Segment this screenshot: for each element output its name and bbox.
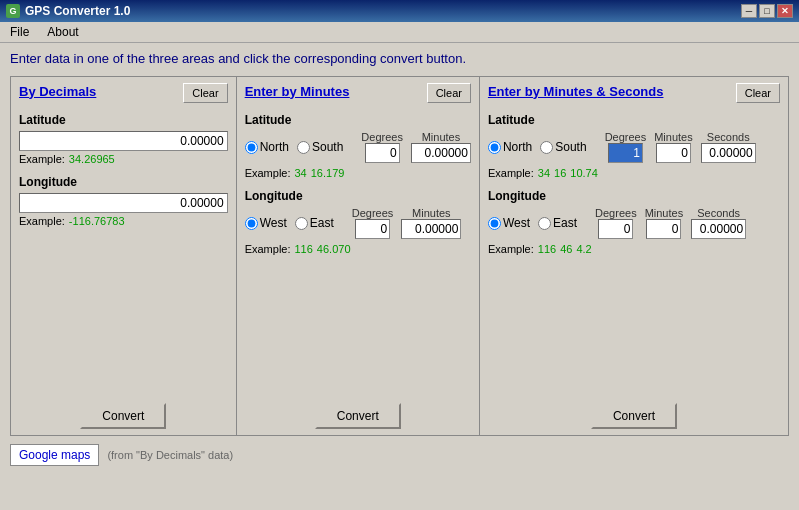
- lat-minutes-input-3[interactable]: [656, 143, 691, 163]
- lat-radio-group-3: North South Degrees Minutes Seconds: [488, 131, 780, 163]
- lon-west-radio-2[interactable]: West: [245, 216, 287, 230]
- main-content: Enter data in one of the three areas and…: [0, 43, 799, 509]
- degrees-header-lon-3: Degrees: [595, 207, 637, 219]
- lon-example-sec-3: 4.2: [576, 243, 591, 255]
- menu-bar: File About: [0, 22, 799, 43]
- convert-button-2[interactable]: Convert: [315, 403, 401, 429]
- latitude-label-3: Latitude: [488, 113, 780, 127]
- degrees-header-lat-2: Degrees: [361, 131, 403, 143]
- lat-radio-group-2: North South Degrees Minutes: [245, 131, 471, 163]
- lat-example-deg-3: 34: [538, 167, 550, 179]
- lon-degrees-input-2[interactable]: [355, 219, 390, 239]
- google-maps-button[interactable]: Google maps: [10, 444, 99, 466]
- lon-example-val-1: -116.76783: [69, 215, 125, 227]
- lon-example-deg-3: 116: [538, 243, 556, 255]
- lon-east-radio-3[interactable]: East: [538, 216, 577, 230]
- lat-example-min-2: 16.179: [311, 167, 345, 179]
- convert-button-1[interactable]: Convert: [80, 403, 166, 429]
- lat-south-radio-2[interactable]: South: [297, 140, 343, 154]
- by-minutes-panel: Enter by Minutes Clear Latitude North So…: [236, 76, 479, 436]
- close-button[interactable]: ✕: [777, 4, 793, 18]
- lat-example-min-3: 16: [554, 167, 566, 179]
- by-minutes-title: Enter by Minutes: [245, 84, 350, 99]
- lat-example-label-1: Example:: [19, 153, 65, 165]
- title-bar: G GPS Converter 1.0 ─ □ ✕: [0, 0, 799, 22]
- lat-example-deg-2: 34: [295, 167, 307, 179]
- lat-degrees-input-3[interactable]: [608, 143, 643, 163]
- latitude-label-1: Latitude: [19, 113, 228, 127]
- lat-north-radio-input-3[interactable]: [488, 141, 501, 154]
- lat-south-radio-3[interactable]: South: [540, 140, 586, 154]
- longitude-label-3: Longitude: [488, 189, 780, 203]
- longitude-label-2: Longitude: [245, 189, 471, 203]
- lat-north-radio-2[interactable]: North: [245, 140, 289, 154]
- degrees-header-lon-2: Degrees: [352, 207, 394, 219]
- by-minutes-seconds-title: Enter by Minutes & Seconds: [488, 84, 664, 99]
- minutes-header-lat-2: Minutes: [422, 131, 461, 143]
- info-text: Enter data in one of the three areas and…: [10, 51, 789, 66]
- window-title: GPS Converter 1.0: [25, 4, 130, 18]
- lon-east-radio-2[interactable]: East: [295, 216, 334, 230]
- degrees-header-lat-3: Degrees: [605, 131, 647, 143]
- lon-seconds-input-3[interactable]: [691, 219, 746, 239]
- longitude-label-1: Longitude: [19, 175, 228, 189]
- convert-button-3[interactable]: Convert: [591, 403, 677, 429]
- lon-radio-group-2: West East Degrees Minutes: [245, 207, 471, 239]
- by-decimals-panel: By Decimals Clear Latitude Example: 34.2…: [10, 76, 236, 436]
- from-label: (from "By Decimals" data): [107, 449, 233, 461]
- longitude-input-1[interactable]: [19, 193, 228, 213]
- seconds-header-lon-3: Seconds: [697, 207, 740, 219]
- latitude-label-2: Latitude: [245, 113, 471, 127]
- lon-west-radio-3[interactable]: West: [488, 216, 530, 230]
- seconds-header-lat-3: Seconds: [707, 131, 750, 143]
- latitude-input-1[interactable]: [19, 131, 228, 151]
- lon-radio-group-3: West East Degrees Minutes Seconds: [488, 207, 780, 239]
- lon-minutes-input-3[interactable]: [646, 219, 681, 239]
- lon-east-radio-input-3[interactable]: [538, 217, 551, 230]
- lon-example-label-1: Example:: [19, 215, 65, 227]
- app-icon: G: [6, 4, 20, 18]
- lat-example-val-1: 34.26965: [69, 153, 115, 165]
- lon-example-deg-2: 116: [295, 243, 313, 255]
- lat-example-label-3: Example:: [488, 167, 534, 179]
- lon-west-radio-input-2[interactable]: [245, 217, 258, 230]
- lon-example-min-2: 46.070: [317, 243, 351, 255]
- lon-example-label-2: Example:: [245, 243, 291, 255]
- minutes-header-lon-2: Minutes: [412, 207, 451, 219]
- menu-file[interactable]: File: [6, 24, 33, 40]
- lon-minutes-input-2[interactable]: [401, 219, 461, 239]
- lon-west-radio-input-3[interactable]: [488, 217, 501, 230]
- lat-south-radio-input-3[interactable]: [540, 141, 553, 154]
- lon-east-radio-input-2[interactable]: [295, 217, 308, 230]
- menu-about[interactable]: About: [43, 24, 82, 40]
- lat-south-radio-input-2[interactable]: [297, 141, 310, 154]
- minutes-header-lat-3: Minutes: [654, 131, 693, 143]
- bottom-bar: Google maps (from "By Decimals" data): [10, 444, 789, 466]
- panels-row: By Decimals Clear Latitude Example: 34.2…: [10, 76, 789, 436]
- lat-degrees-input-2[interactable]: [365, 143, 400, 163]
- lon-example-label-3: Example:: [488, 243, 534, 255]
- by-minutes-clear-button[interactable]: Clear: [427, 83, 471, 103]
- lat-north-radio-3[interactable]: North: [488, 140, 532, 154]
- lon-example-min-3: 46: [560, 243, 572, 255]
- lat-example-label-2: Example:: [245, 167, 291, 179]
- lon-degrees-input-3[interactable]: [598, 219, 633, 239]
- minimize-button[interactable]: ─: [741, 4, 757, 18]
- by-minutes-seconds-panel: Enter by Minutes & Seconds Clear Latitud…: [479, 76, 789, 436]
- lat-example-sec-3: 10.74: [570, 167, 598, 179]
- lat-minutes-input-2[interactable]: [411, 143, 471, 163]
- minutes-header-lon-3: Minutes: [645, 207, 684, 219]
- by-minutes-seconds-clear-button[interactable]: Clear: [736, 83, 780, 103]
- by-decimals-clear-button[interactable]: Clear: [183, 83, 227, 103]
- lat-north-radio-input-2[interactable]: [245, 141, 258, 154]
- maximize-button[interactable]: □: [759, 4, 775, 18]
- window-controls: ─ □ ✕: [741, 4, 793, 18]
- lat-seconds-input-3[interactable]: [701, 143, 756, 163]
- by-decimals-title: By Decimals: [19, 84, 96, 99]
